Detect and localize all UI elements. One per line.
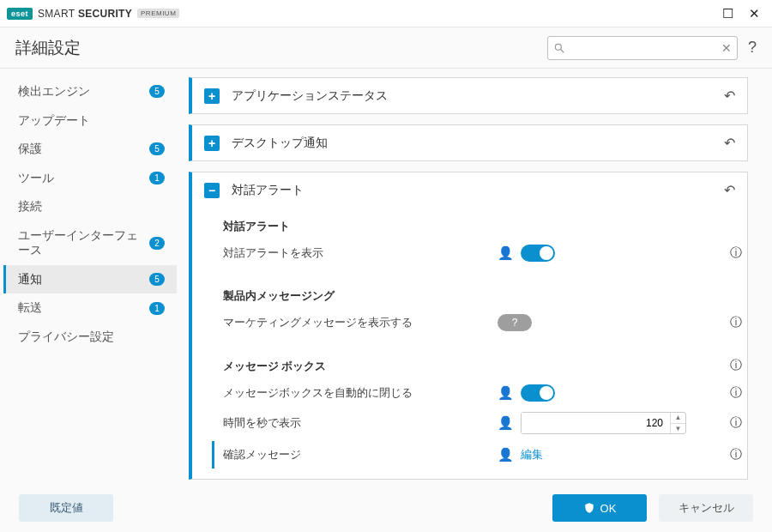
sidebar-item-privacy[interactable]: プライバシー設定 xyxy=(3,323,177,352)
subheading-alert: 対話アラート xyxy=(223,213,747,239)
close-button[interactable]: ✕ xyxy=(749,6,760,21)
sidebar-item-connect[interactable]: 接続 xyxy=(3,192,177,221)
edit-link[interactable]: 編集 xyxy=(521,448,543,462)
setting-autoclose: メッセージボックスを自動的に閉じる 👤 ⓘ xyxy=(223,379,747,407)
setting-label: メッセージボックスを自動的に閉じる xyxy=(223,386,498,401)
setting-marketing: マーケティングメッセージを表示する ? ⓘ xyxy=(223,309,747,336)
sidebar-badge: 1 xyxy=(149,302,165,315)
sidebar-item-ui[interactable]: ユーザーインターフェース 2 xyxy=(3,221,177,265)
spinner-up[interactable]: ▲ xyxy=(671,413,685,424)
sidebar-badge: 5 xyxy=(149,85,165,98)
info-icon[interactable]: ⓘ xyxy=(730,245,747,261)
sidebar-item-label: プライバシー設定 xyxy=(18,329,165,345)
info-icon[interactable]: ⓘ xyxy=(730,415,747,431)
sidebar-item-tools[interactable]: ツール 1 xyxy=(3,164,177,193)
setting-seconds: 時間を秒で表示 👤 ▲ ▼ ⓘ xyxy=(223,407,747,439)
setting-label: 時間を秒で表示 xyxy=(223,416,498,431)
panel-dialog-alert: − 対話アラート ↶ 対話アラート 対話アラートを表示 👤 ⓘ 製品内メッセージ… xyxy=(189,172,748,480)
user-icon: 👤 xyxy=(498,447,514,462)
sidebar-item-label: ユーザーインターフェース xyxy=(18,228,144,258)
subheading-messaging: 製品内メッセージング xyxy=(223,282,747,309)
page-title: 詳細設定 xyxy=(15,37,81,59)
panel-head[interactable]: + デスクトップ通知 ↶ xyxy=(192,125,747,160)
sidebar-item-detect[interactable]: 検出エンジン 5 xyxy=(3,77,177,106)
info-icon[interactable]: ⓘ xyxy=(730,315,747,330)
panel-body: 対話アラート 対話アラートを表示 👤 ⓘ 製品内メッセージング マーケティングメ… xyxy=(192,208,747,479)
sidebar: 検出エンジン 5 アップデート 保護 5 ツール 1 接続 ユーザーインターフェ… xyxy=(0,69,180,484)
search-input[interactable] xyxy=(565,42,721,54)
sidebar-item-label: 保護 xyxy=(18,142,144,157)
info-icon[interactable]: ⓘ xyxy=(730,358,747,373)
sidebar-item-label: 通知 xyxy=(18,272,144,287)
info-icon[interactable]: ⓘ xyxy=(730,385,747,401)
expand-icon[interactable]: + xyxy=(204,88,220,104)
setting-show-alerts: 対話アラートを表示 👤 ⓘ xyxy=(223,239,747,267)
maximize-button[interactable]: ☐ xyxy=(722,6,733,21)
toggle-marketing-locked: ? xyxy=(498,314,532,331)
subheading-msgbox: メッセージ ボックス xyxy=(223,353,730,379)
ok-label: OK xyxy=(600,502,617,515)
collapse-icon[interactable]: − xyxy=(204,183,220,198)
sidebar-item-update[interactable]: アップデート xyxy=(3,106,177,136)
content: + アプリケーションステータス ↶ + デスクトップ通知 ↶ − 対話アラート … xyxy=(180,69,772,484)
brand-premium-badge: PREMIUM xyxy=(137,9,179,18)
help-button[interactable]: ? xyxy=(748,39,757,57)
sidebar-item-protect[interactable]: 保護 5 xyxy=(3,135,177,164)
user-icon: 👤 xyxy=(498,415,514,431)
sidebar-item-forward[interactable]: 転送 1 xyxy=(3,293,177,323)
reset-icon[interactable]: ↶ xyxy=(724,88,735,104)
spinner: ▲ ▼ xyxy=(670,413,685,433)
toggle-show-alerts[interactable] xyxy=(521,245,555,262)
panel-title: 対話アラート xyxy=(232,183,712,198)
brand-text-bold: SECURITY xyxy=(78,8,132,20)
sidebar-item-label: 転送 xyxy=(18,300,144,316)
panel-head[interactable]: − 対話アラート ↶ xyxy=(192,172,747,208)
cancel-button[interactable]: キャンセル xyxy=(659,494,753,522)
header: 詳細設定 ✕ ? xyxy=(0,27,772,69)
shield-icon xyxy=(583,502,595,514)
sidebar-badge: 1 xyxy=(149,172,165,184)
sidebar-item-label: 接続 xyxy=(18,199,165,215)
toggle-autoclose[interactable] xyxy=(521,384,555,402)
search-icon xyxy=(553,42,565,54)
sidebar-item-label: ツール xyxy=(18,171,144,186)
setting-label: 確認メッセージ xyxy=(223,448,498,462)
ok-button[interactable]: OK xyxy=(552,494,647,522)
panel-desktop-notif: + デスクトップ通知 ↶ xyxy=(189,124,748,161)
brand-text: SMART SECURITY xyxy=(38,8,132,20)
svg-point-0 xyxy=(555,44,561,50)
footer: 既定値 OK キャンセル xyxy=(0,484,772,532)
search-clear-icon[interactable]: ✕ xyxy=(721,41,732,55)
search-box[interactable]: ✕ xyxy=(547,36,738,60)
setting-label: 対話アラートを表示 xyxy=(223,246,498,261)
panel-title: デスクトップ通知 xyxy=(232,136,712,151)
user-icon: 👤 xyxy=(498,385,514,401)
setting-confirm: 確認メッセージ 👤 編集 ⓘ xyxy=(212,441,747,469)
sidebar-badge: 2 xyxy=(149,237,165,250)
seconds-input-wrap: ▲ ▼ xyxy=(521,412,686,434)
body: 検出エンジン 5 アップデート 保護 5 ツール 1 接続 ユーザーインターフェ… xyxy=(0,69,772,484)
sidebar-item-notify[interactable]: 通知 5 xyxy=(3,265,177,294)
reset-icon[interactable]: ↶ xyxy=(724,135,735,151)
seconds-input[interactable] xyxy=(522,413,670,433)
titlebar: eset SMART SECURITY PREMIUM ☐ ✕ xyxy=(0,0,772,27)
panel-head[interactable]: + アプリケーションステータス ↶ xyxy=(192,78,747,113)
spinner-down[interactable]: ▼ xyxy=(671,424,685,434)
svg-line-1 xyxy=(561,49,564,52)
search-area: ✕ ? xyxy=(547,36,757,60)
window-controls: ☐ ✕ xyxy=(722,6,765,21)
user-icon: 👤 xyxy=(498,245,514,261)
panel-title: アプリケーションステータス xyxy=(232,88,712,104)
sidebar-badge: 5 xyxy=(149,142,165,155)
expand-icon[interactable]: + xyxy=(204,136,220,151)
sidebar-badge: 5 xyxy=(149,273,165,286)
sidebar-item-label: アップデート xyxy=(18,113,165,129)
brand-logo: eset xyxy=(7,8,33,20)
brand: eset SMART SECURITY PREMIUM xyxy=(7,8,179,20)
reset-icon[interactable]: ↶ xyxy=(724,182,735,198)
brand-text-light: SMART xyxy=(38,8,75,20)
panel-app-status: + アプリケーションステータス ↶ xyxy=(189,77,748,114)
info-icon[interactable]: ⓘ xyxy=(730,447,747,462)
default-button[interactable]: 既定値 xyxy=(19,494,113,522)
sidebar-item-label: 検出エンジン xyxy=(18,84,144,100)
